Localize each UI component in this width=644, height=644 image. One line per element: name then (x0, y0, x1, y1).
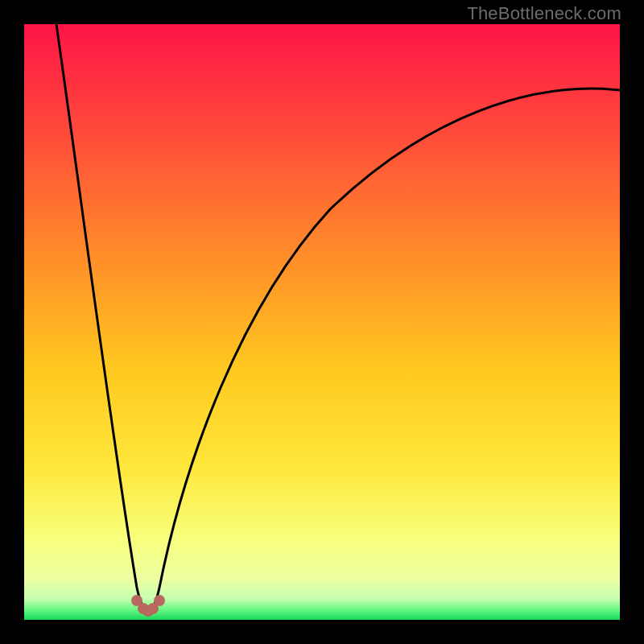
plot-frame (24, 24, 620, 620)
bottleneck-curve (24, 24, 620, 620)
marker-dot (154, 595, 165, 606)
watermark-text: TheBottleneck.com (467, 3, 621, 24)
valley-markers (131, 595, 165, 617)
curve-path (56, 24, 620, 610)
